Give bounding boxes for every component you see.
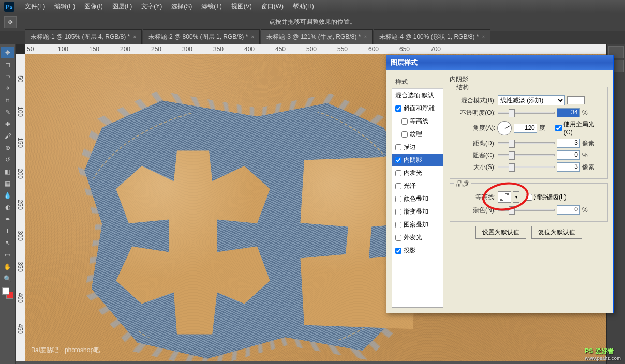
menu-view[interactable]: 视图(V) — [227, 0, 256, 13]
unit: % — [582, 109, 597, 116]
marquee-tool-icon[interactable]: ◻ — [1, 59, 14, 70]
dialog-titlebar[interactable]: 图层样式 — [386, 55, 613, 70]
lasso-tool-icon[interactable]: ⊃ — [1, 71, 14, 82]
cb[interactable] — [395, 105, 401, 112]
style-gradient-overlay[interactable]: 渐变叠加 — [392, 205, 443, 218]
style-texture[interactable]: 纹理 — [392, 128, 443, 141]
cb[interactable] — [395, 196, 401, 202]
cb[interactable] — [395, 183, 401, 189]
unit: 像素 — [582, 163, 597, 172]
cb[interactable] — [395, 170, 401, 176]
menu-layer[interactable]: 图层(L) — [108, 0, 137, 13]
path-tool-icon[interactable]: ↖ — [1, 237, 14, 249]
move-tool-icon[interactable]: ✥ — [4, 16, 17, 28]
antialias-check[interactable]: 消除锯齿(L) — [526, 193, 567, 202]
angle-input[interactable]: 120 — [514, 124, 537, 133]
style-inner-shadow[interactable]: 内阴影 — [392, 154, 443, 166]
dodge-tool-icon[interactable]: ◐ — [1, 202, 14, 213]
color-swatch[interactable] — [567, 96, 585, 104]
cb[interactable] — [395, 157, 401, 163]
group-quality: 品质 等高线: ▾ 消除锯齿(L) 杂色(N): 0 % — [450, 183, 608, 222]
opacity-label: 不透明度(O): — [454, 109, 496, 117]
gradient-tool-icon[interactable]: ▦ — [1, 178, 14, 189]
heal-tool-icon[interactable]: ✚ — [1, 118, 14, 130]
close-icon[interactable]: × — [251, 34, 254, 40]
menu-bar: Ps 文件(F) 编辑(E) 图像(I) 图层(L) 文字(Y) 选择(S) 滤… — [0, 0, 625, 13]
distance-slider[interactable] — [498, 142, 555, 144]
crop-tool-icon[interactable]: ⌗ — [1, 95, 14, 106]
watermark-left: Bai度贴吧 photoshop吧 — [31, 345, 100, 355]
eyedropper-tool-icon[interactable]: ✎ — [1, 107, 14, 118]
tab-label: 未标题-4 @ 100% (形状 1, RGB/8) * — [379, 33, 479, 41]
hand-tool-icon[interactable]: ✋ — [1, 261, 14, 272]
eraser-tool-icon[interactable]: ◧ — [1, 166, 14, 177]
style-pattern-overlay[interactable]: 图案叠加 — [392, 218, 443, 231]
options-bar: ✥ 点按并拖移可调整效果的位置。 — [0, 13, 625, 31]
style-satin[interactable]: 光泽 — [392, 179, 443, 192]
menu-type[interactable]: 文字(Y) — [137, 0, 166, 13]
cb[interactable] — [395, 235, 401, 241]
cb[interactable] — [395, 248, 401, 254]
cb[interactable] — [395, 222, 401, 228]
pen-tool-icon[interactable]: ✒ — [1, 214, 14, 225]
menu-filter[interactable]: 滤镜(T) — [197, 0, 226, 13]
close-icon[interactable]: × — [364, 34, 367, 40]
contour-dropdown-icon[interactable]: ▾ — [513, 191, 519, 203]
opacity-slider[interactable] — [498, 112, 555, 114]
doc-tab[interactable]: 未标题-1 @ 105% (图层 4, RGB/8) *× — [25, 29, 142, 44]
style-stroke[interactable]: 描边 — [392, 141, 443, 154]
noise-input[interactable]: 0 — [557, 205, 580, 215]
move-tool-icon[interactable]: ✥ — [1, 47, 14, 58]
style-color-overlay[interactable]: 颜色叠加 — [392, 192, 443, 205]
style-inner-glow[interactable]: 内发光 — [392, 166, 443, 179]
contour-preview[interactable] — [498, 191, 511, 203]
toolbox: ✥ ◻ ⊃ ✧ ⌗ ✎ ✚ 🖌 ⊕ ↺ ◧ ▦ 💧 ◐ ✒ T ↖ ▭ ✋ 🔍 — [0, 44, 16, 364]
blend-options[interactable]: 混合选项:默认 — [392, 89, 443, 102]
panel-title: 内阴影 — [450, 75, 608, 84]
reset-default-button[interactable]: 复位为默认值 — [531, 226, 582, 239]
color-swatch[interactable] — [2, 287, 13, 299]
type-tool-icon[interactable]: T — [1, 225, 14, 237]
cb[interactable] — [395, 144, 401, 150]
size-input[interactable]: 3 — [557, 162, 580, 172]
blend-mode-select[interactable]: 线性减淡 (添加) — [498, 95, 565, 105]
zoom-tool-icon[interactable]: 🔍 — [1, 273, 14, 284]
style-bevel[interactable]: 斜面和浮雕 — [392, 102, 443, 115]
size-slider[interactable] — [498, 166, 555, 168]
noise-slider[interactable] — [498, 209, 555, 211]
shape-tool-icon[interactable]: ▭ — [1, 249, 14, 261]
menu-file[interactable]: 文件(F) — [21, 0, 49, 13]
menu-help[interactable]: 帮助(H) — [289, 0, 318, 13]
menu-edit[interactable]: 编辑(E) — [50, 0, 79, 13]
angle-dial[interactable] — [497, 121, 512, 135]
doc-tab[interactable]: 未标题-4 @ 100% (形状 1, RGB/8) *× — [374, 29, 490, 44]
opacity-input[interactable]: 34 — [557, 108, 580, 117]
choke-input[interactable]: 0 — [557, 150, 580, 160]
size-label: 大小(S): — [454, 163, 496, 172]
brush-tool-icon[interactable]: 🖌 — [1, 130, 14, 142]
close-icon[interactable]: × — [133, 34, 136, 40]
global-light-check[interactable]: 使用全局光(G) — [555, 120, 603, 136]
menu-select[interactable]: 选择(S) — [167, 0, 196, 13]
doc-tab-active[interactable]: 未标题-3 @ 121% (牛皮, RGB/8) *× — [261, 29, 373, 44]
style-outer-glow[interactable]: 外发光 — [392, 231, 443, 244]
menu-window[interactable]: 窗口(W) — [257, 0, 288, 13]
stamp-tool-icon[interactable]: ⊕ — [1, 142, 14, 154]
doc-tab[interactable]: 未标题-2 @ 800% (图层 1, RGB/8) *× — [143, 29, 260, 44]
set-default-button[interactable]: 设置为默认值 — [475, 226, 526, 239]
style-drop-shadow[interactable]: 投影 — [392, 244, 443, 257]
cb[interactable] — [395, 209, 401, 215]
blur-tool-icon[interactable]: 💧 — [1, 190, 14, 201]
style-contour[interactable]: 等高线 — [392, 115, 443, 128]
wand-tool-icon[interactable]: ✧ — [1, 83, 14, 94]
ruler-horizontal: 5010015020025030035040045050055060065070… — [25, 44, 606, 54]
menu-image[interactable]: 图像(I) — [80, 0, 107, 13]
choke-slider[interactable] — [498, 154, 555, 156]
distance-input[interactable]: 3 — [557, 139, 580, 148]
styles-header[interactable]: 样式 — [392, 75, 443, 89]
close-icon[interactable]: × — [482, 34, 485, 40]
cb[interactable] — [401, 131, 408, 138]
unit: % — [582, 151, 597, 159]
history-brush-icon[interactable]: ↺ — [1, 154, 14, 165]
cb[interactable] — [401, 118, 408, 125]
